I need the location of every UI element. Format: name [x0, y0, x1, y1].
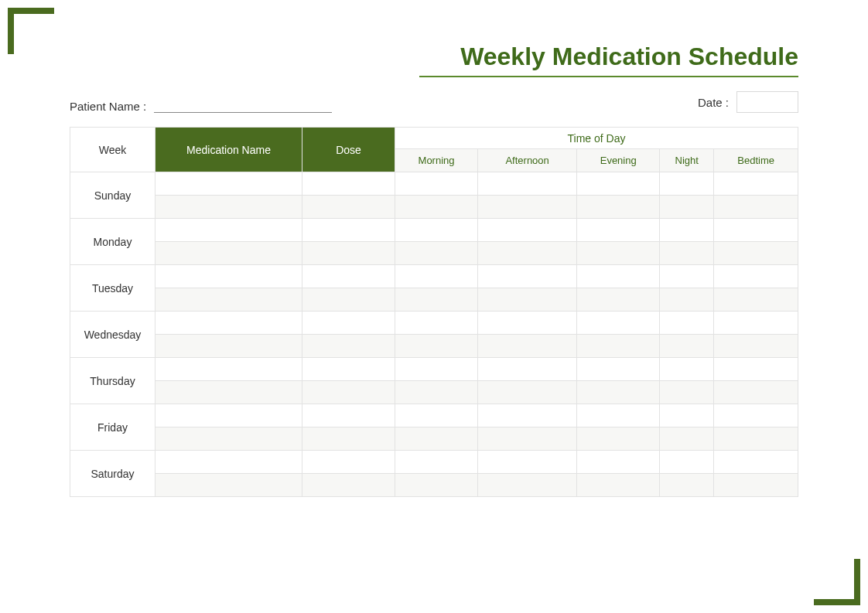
cell[interactable]: [155, 312, 302, 335]
cell[interactable]: [714, 196, 798, 219]
cell[interactable]: [714, 358, 798, 381]
cell[interactable]: [660, 172, 714, 196]
cell[interactable]: [577, 381, 660, 404]
cell[interactable]: [478, 288, 577, 312]
cell[interactable]: [155, 451, 302, 474]
cell[interactable]: [577, 265, 660, 288]
cell[interactable]: [395, 381, 478, 404]
cell[interactable]: [714, 381, 798, 404]
cell[interactable]: [577, 196, 660, 219]
cell[interactable]: [577, 358, 660, 381]
cell[interactable]: [155, 288, 302, 312]
cell[interactable]: [155, 404, 302, 427]
cell[interactable]: [155, 172, 302, 196]
cell[interactable]: [714, 451, 798, 474]
cell[interactable]: [660, 312, 714, 335]
cell[interactable]: [660, 196, 714, 219]
cell[interactable]: [714, 288, 798, 312]
cell[interactable]: [577, 312, 660, 335]
cell[interactable]: [714, 265, 798, 288]
cell[interactable]: [155, 265, 302, 288]
cell[interactable]: [478, 404, 577, 427]
cell[interactable]: [577, 474, 660, 497]
cell[interactable]: [478, 172, 577, 196]
cell[interactable]: [302, 288, 395, 312]
cell[interactable]: [660, 242, 714, 265]
cell[interactable]: [302, 335, 395, 358]
cell[interactable]: [302, 265, 395, 288]
cell[interactable]: [660, 288, 714, 312]
cell[interactable]: [714, 404, 798, 427]
cell[interactable]: [155, 196, 302, 219]
cell[interactable]: [660, 427, 714, 451]
cell[interactable]: [395, 242, 478, 265]
cell[interactable]: [577, 335, 660, 358]
cell[interactable]: [577, 451, 660, 474]
cell[interactable]: [714, 474, 798, 497]
cell[interactable]: [302, 427, 395, 451]
cell[interactable]: [478, 474, 577, 497]
cell[interactable]: [155, 474, 302, 497]
cell[interactable]: [302, 474, 395, 497]
cell[interactable]: [155, 427, 302, 451]
cell[interactable]: [478, 381, 577, 404]
cell[interactable]: [395, 288, 478, 312]
cell[interactable]: [478, 427, 577, 451]
cell[interactable]: [478, 451, 577, 474]
cell[interactable]: [395, 312, 478, 335]
cell[interactable]: [478, 312, 577, 335]
cell[interactable]: [660, 265, 714, 288]
cell[interactable]: [155, 381, 302, 404]
cell[interactable]: [478, 358, 577, 381]
cell[interactable]: [155, 242, 302, 265]
cell[interactable]: [302, 358, 395, 381]
cell[interactable]: [395, 335, 478, 358]
cell[interactable]: [714, 242, 798, 265]
cell[interactable]: [660, 451, 714, 474]
cell[interactable]: [155, 219, 302, 242]
cell[interactable]: [714, 427, 798, 451]
cell[interactable]: [395, 451, 478, 474]
cell[interactable]: [395, 265, 478, 288]
cell[interactable]: [302, 242, 395, 265]
cell[interactable]: [302, 451, 395, 474]
cell[interactable]: [660, 335, 714, 358]
cell[interactable]: [155, 335, 302, 358]
cell[interactable]: [302, 196, 395, 219]
patient-name-field[interactable]: [154, 97, 332, 113]
cell[interactable]: [395, 172, 478, 196]
cell[interactable]: [395, 196, 478, 219]
cell[interactable]: [714, 172, 798, 196]
cell[interactable]: [302, 219, 395, 242]
cell[interactable]: [478, 335, 577, 358]
cell[interactable]: [577, 242, 660, 265]
cell[interactable]: [395, 358, 478, 381]
cell[interactable]: [714, 335, 798, 358]
cell[interactable]: [478, 219, 577, 242]
cell[interactable]: [714, 312, 798, 335]
cell[interactable]: [395, 404, 478, 427]
cell[interactable]: [714, 219, 798, 242]
cell[interactable]: [395, 427, 478, 451]
cell[interactable]: [302, 172, 395, 196]
cell[interactable]: [577, 404, 660, 427]
cell[interactable]: [395, 474, 478, 497]
cell[interactable]: [395, 219, 478, 242]
cell[interactable]: [577, 172, 660, 196]
cell[interactable]: [478, 265, 577, 288]
cell[interactable]: [577, 288, 660, 312]
cell[interactable]: [478, 196, 577, 219]
cell[interactable]: [478, 242, 577, 265]
cell[interactable]: [660, 404, 714, 427]
cell[interactable]: [660, 358, 714, 381]
cell[interactable]: [577, 427, 660, 451]
cell[interactable]: [660, 219, 714, 242]
cell[interactable]: [660, 381, 714, 404]
cell[interactable]: [155, 358, 302, 381]
date-field[interactable]: [736, 91, 798, 113]
cell[interactable]: [577, 219, 660, 242]
cell[interactable]: [302, 381, 395, 404]
cell[interactable]: [302, 404, 395, 427]
cell[interactable]: [660, 474, 714, 497]
cell[interactable]: [302, 312, 395, 335]
